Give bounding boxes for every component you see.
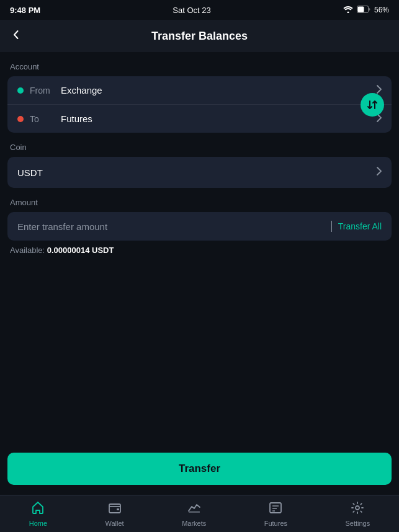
tab-settings-label: Settings [345, 520, 370, 527]
tab-bar: Home Wallet Markets [0, 495, 399, 532]
home-icon [31, 501, 45, 518]
futures-icon [269, 501, 282, 518]
amount-section-label: Amount [0, 188, 399, 212]
to-dot [17, 116, 24, 122]
svg-rect-2 [357, 6, 364, 12]
coin-section-label: Coin [0, 133, 399, 157]
tab-settings[interactable]: Settings [338, 497, 377, 531]
tab-futures[interactable]: Futures [257, 497, 295, 531]
header: Transfer Balances [0, 20, 399, 52]
tab-home-label: Home [29, 520, 47, 527]
status-time: 9:48 PM [10, 6, 40, 15]
tab-home[interactable]: Home [22, 497, 55, 531]
tab-markets[interactable]: Markets [174, 497, 213, 531]
coin-card[interactable]: USDT [7, 157, 392, 188]
available-label: Available: [10, 246, 45, 255]
battery-icon [357, 6, 370, 15]
tab-wallet[interactable]: Wallet [98, 497, 132, 531]
tab-futures-label: Futures [264, 520, 287, 527]
available-amount: 0.00000014 USDT [47, 246, 114, 255]
svg-rect-3 [109, 504, 120, 513]
from-label: From [30, 86, 55, 95]
account-section-label: Account [0, 52, 399, 76]
settings-icon [351, 501, 364, 518]
available-text: Available: 0.00000014 USDT [0, 241, 399, 262]
coin-value: USDT [17, 167, 43, 178]
back-button[interactable] [10, 29, 22, 44]
account-card: From Exchange To Futures [7, 76, 392, 133]
from-row[interactable]: From Exchange [7, 76, 392, 105]
tab-wallet-label: Wallet [105, 520, 124, 527]
transfer-all-button[interactable]: Transfer All [338, 221, 382, 231]
svg-rect-5 [189, 512, 200, 513]
svg-point-10 [356, 506, 359, 510]
page-title: Transfer Balances [151, 30, 248, 43]
wallet-icon [108, 501, 122, 518]
tab-markets-label: Markets [182, 520, 206, 527]
status-date: Sat Oct 23 [173, 6, 210, 15]
content: Account From Exchange To Futures [0, 52, 399, 495]
amount-card: Transfer All [7, 212, 392, 241]
svg-rect-6 [270, 503, 281, 513]
amount-input[interactable] [17, 221, 325, 232]
svg-rect-4 [117, 508, 119, 510]
battery-percent: 56% [374, 6, 389, 14]
amount-row: Transfer All [7, 212, 392, 241]
to-value: Futures [61, 113, 370, 124]
swap-button[interactable] [361, 93, 384, 117]
svg-point-0 [347, 11, 349, 13]
coin-row[interactable]: USDT [7, 157, 392, 188]
markets-icon [187, 501, 201, 518]
to-row[interactable]: To Futures [7, 105, 392, 133]
wifi-icon [343, 6, 353, 15]
transfer-button[interactable]: Transfer [7, 453, 392, 485]
coin-chevron-icon [377, 167, 382, 178]
to-label: To [30, 114, 55, 124]
status-right: 56% [343, 6, 389, 15]
transfer-button-wrap: Transfer [0, 445, 399, 492]
status-bar: 9:48 PM Sat Oct 23 56% [0, 0, 399, 20]
divider [331, 221, 332, 232]
from-value: Exchange [61, 85, 370, 95]
from-dot [17, 87, 24, 94]
